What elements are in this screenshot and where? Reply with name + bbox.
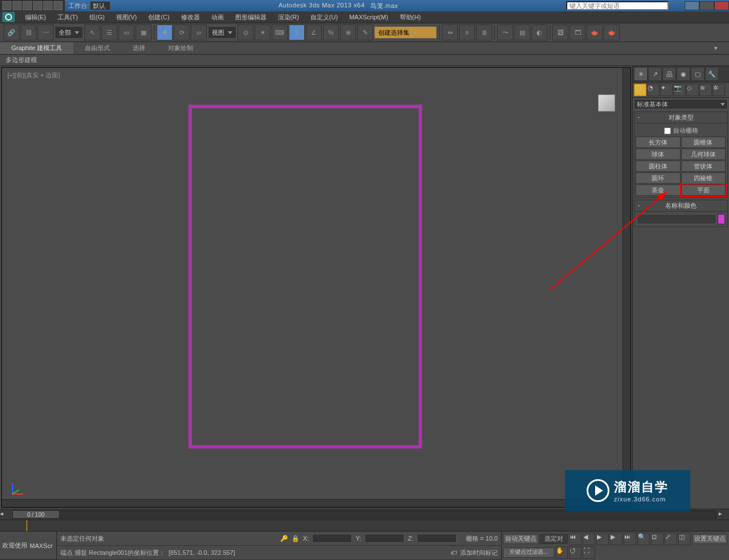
add-time-tag-label[interactable]: 添加时间标记: [460, 549, 498, 557]
lights-category-icon[interactable]: ✦: [660, 84, 673, 96]
viewport-front[interactable]: [+][前][真实 + 边面]: [1, 67, 631, 508]
render-setup-icon[interactable]: 🖼: [552, 24, 568, 40]
link-icon[interactable]: 🔗: [3, 24, 19, 40]
pan-icon[interactable]: ✋: [555, 546, 568, 559]
ribbon-tab-freeform[interactable]: 自由形式: [73, 42, 121, 54]
display-panel-icon[interactable]: ▢: [691, 67, 705, 81]
select-region-icon[interactable]: ▭: [118, 24, 134, 40]
menu-create[interactable]: 创建(C): [142, 12, 175, 23]
field-of-view-icon[interactable]: ◫: [678, 533, 691, 545]
select-move-icon[interactable]: ✥: [157, 24, 173, 40]
select-scale-icon[interactable]: ▱: [191, 24, 207, 40]
workspace-combo[interactable]: 默认: [90, 1, 110, 10]
zoom-all-icon[interactable]: ⊡: [651, 533, 664, 545]
viewcube-icon[interactable]: [594, 90, 619, 116]
layer-manager-icon[interactable]: ≣: [476, 24, 492, 40]
x-coord-input[interactable]: [312, 534, 352, 543]
menu-help[interactable]: 帮助(H): [394, 12, 427, 23]
ribbon-tab-graphite[interactable]: Graphite 建模工具: [0, 42, 73, 54]
window-restore-button[interactable]: [699, 1, 714, 10]
helpers-category-icon[interactable]: ◇: [686, 84, 699, 96]
mirror-icon[interactable]: ⇔: [442, 24, 458, 40]
key-icon[interactable]: 🔑: [280, 535, 288, 542]
utilities-panel-icon[interactable]: 🔧: [705, 67, 719, 81]
reference-coord-combo[interactable]: 视图: [208, 26, 236, 39]
manipulate-icon[interactable]: ✴: [255, 24, 271, 40]
teapot-button[interactable]: 茶壶: [636, 184, 681, 196]
plane-button[interactable]: 平面: [681, 184, 726, 196]
help-search-input[interactable]: [566, 1, 669, 10]
menu-tools[interactable]: 工具(T): [52, 12, 84, 23]
select-by-name-icon[interactable]: ☰: [101, 24, 117, 40]
qat-link-icon[interactable]: [54, 1, 63, 10]
schematic-view-icon[interactable]: ▤: [514, 24, 530, 40]
selection-filter-combo[interactable]: 全部: [55, 26, 83, 39]
zoom-extents-icon[interactable]: ⤢: [665, 533, 677, 545]
angle-snap-icon[interactable]: ∠: [306, 24, 322, 40]
cylinder-button[interactable]: 圆柱体: [636, 160, 681, 172]
percent-snap-icon[interactable]: %: [323, 24, 339, 40]
rollout-header-object-type[interactable]: 对象类型: [634, 112, 727, 123]
menu-customize[interactable]: 自定义(U): [305, 12, 343, 23]
align-icon[interactable]: ≡: [459, 24, 475, 40]
shapes-category-icon[interactable]: ◔: [647, 84, 660, 96]
track-bar[interactable]: [0, 520, 729, 531]
y-coord-input[interactable]: [364, 534, 404, 543]
orbit-icon[interactable]: ⭯: [569, 546, 581, 559]
menu-views[interactable]: 视图(V): [110, 12, 143, 23]
use-center-icon[interactable]: ⊙: [237, 24, 253, 40]
qat-undo-icon[interactable]: [33, 1, 42, 10]
sphere-button[interactable]: 球体: [636, 149, 681, 160]
goto-end-icon[interactable]: ⏭: [624, 533, 636, 545]
select-rotate-icon[interactable]: ⟳: [174, 24, 190, 40]
ribbon-expand-icon[interactable]: ▾: [703, 43, 729, 53]
time-tag-icon[interactable]: 🏷: [450, 549, 457, 556]
autogrid-checkbox[interactable]: [664, 127, 671, 134]
prev-frame-icon[interactable]: ◀: [583, 533, 595, 545]
lock-icon[interactable]: 🔒: [292, 535, 300, 542]
edit-named-selection-icon[interactable]: ✎: [357, 24, 373, 40]
qat-new-icon[interactable]: [2, 1, 11, 10]
hierarchy-panel-icon[interactable]: 品: [662, 67, 676, 81]
zoom-icon[interactable]: 🔍: [637, 533, 650, 545]
create-panel-icon[interactable]: ✳: [634, 67, 648, 81]
track-bar-marker[interactable]: [26, 520, 27, 531]
render-frame-icon[interactable]: 🗔: [570, 24, 585, 40]
named-selection-combo[interactable]: 创建选择集: [374, 26, 437, 39]
tube-button[interactable]: 管状体: [681, 160, 726, 172]
geometry-category-icon[interactable]: ◯: [634, 84, 646, 96]
autokey-button[interactable]: 自动关键点: [503, 534, 538, 544]
cone-button[interactable]: 圆锥体: [681, 137, 726, 148]
goto-start-icon[interactable]: ⏮: [569, 533, 581, 545]
curve-editor-icon[interactable]: 〜: [497, 24, 513, 40]
maxscript-mini-listener[interactable]: 欢迎使用 MAXScr: [0, 532, 56, 560]
menu-graph-editors[interactable]: 图形编辑器: [230, 12, 272, 23]
time-slider-prev-icon[interactable]: ◂: [0, 510, 10, 519]
setkey-button[interactable]: 设置关键点: [692, 534, 727, 544]
viewport-scrollbar-vertical[interactable]: [622, 68, 630, 499]
viewport-scrollbar-horizontal[interactable]: [2, 499, 630, 507]
menu-edit[interactable]: 编辑(E): [19, 12, 52, 23]
time-slider-thumb[interactable]: 0 / 100: [13, 511, 59, 518]
box-button[interactable]: 长方体: [636, 137, 681, 148]
select-object-icon[interactable]: ↖: [84, 24, 100, 40]
time-slider-next-icon[interactable]: ▸: [719, 510, 729, 519]
menu-modifiers[interactable]: 修改器: [175, 12, 206, 23]
bind-spacewarp-icon[interactable]: 〰: [38, 24, 54, 40]
next-frame-icon[interactable]: ▶: [610, 533, 622, 545]
qat-open-icon[interactable]: [13, 1, 22, 10]
ribbon-tab-selection[interactable]: 选择: [121, 42, 157, 54]
render-icon[interactable]: 🫖: [604, 24, 620, 40]
motion-panel-icon[interactable]: ◉: [677, 67, 690, 81]
z-coord-input[interactable]: [417, 534, 457, 543]
subcategory-combo[interactable]: 标准基本体: [634, 99, 728, 109]
viewport-rectangle-object[interactable]: [189, 105, 422, 448]
modify-panel-icon[interactable]: ↗: [648, 67, 662, 81]
viewport-label[interactable]: [+][前][真实 + 边面]: [7, 71, 60, 80]
pyramid-button[interactable]: 四棱锥: [681, 172, 726, 184]
window-close-button[interactable]: [714, 1, 729, 10]
keyboard-shortcut-icon[interactable]: ⌨: [272, 24, 288, 40]
unlink-icon[interactable]: ⛓: [21, 24, 36, 40]
cameras-category-icon[interactable]: 📷: [673, 84, 686, 96]
selected-label[interactable]: 选定对: [539, 534, 568, 544]
